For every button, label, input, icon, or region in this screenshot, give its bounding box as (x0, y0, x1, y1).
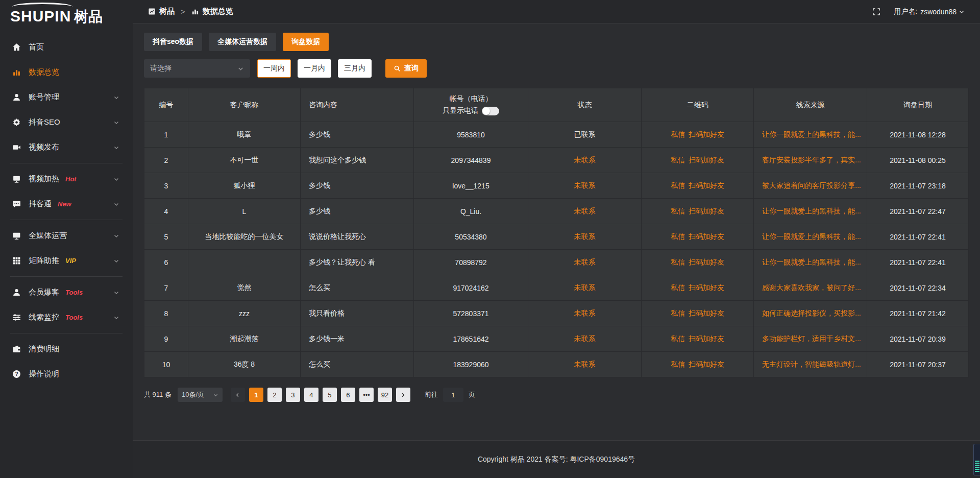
page-size-select[interactable]: 10条/页 (178, 388, 223, 402)
chevron-down-icon (959, 9, 965, 15)
cell-account: 572803371 (414, 301, 528, 326)
private-message-link[interactable]: 私信 (671, 334, 685, 343)
private-message-link[interactable]: 私信 (671, 181, 685, 189)
table-row: 9潮起潮落多少钱一米178651642未联系私信扫码加好友多功能护栏灯，适用于乡… (144, 326, 969, 352)
scan-add-friend-link[interactable]: 扫码加好友 (689, 258, 724, 266)
sidebar-item-label: 矩阵助推 (29, 256, 59, 266)
sidebar-item-label: 数据总览 (29, 67, 59, 77)
scan-add-friend-link[interactable]: 扫码加好友 (689, 207, 724, 215)
cell-account: love__1215 (414, 173, 528, 199)
scan-add-friend-link[interactable]: 扫码加好友 (689, 309, 724, 317)
source-link[interactable]: 让你一眼就爱上的黑科技，能... (762, 232, 861, 241)
logo[interactable]: SHUPIN树品 (0, 0, 133, 31)
sidebar-item-operation-guide[interactable]: ?操作说明 (0, 362, 133, 387)
chevron-down-icon (113, 315, 119, 321)
tab-omni-media-data[interactable]: 全媒体运营数据 (209, 33, 276, 51)
tab-douyin-seo-data[interactable]: 抖音seo数据 (144, 33, 202, 51)
sidebar-item-consumption-detail[interactable]: 消费明细 (0, 337, 133, 362)
range-button-three-months[interactable]: 三月内 (338, 59, 372, 78)
scan-add-friend-link[interactable]: 扫码加好友 (689, 156, 724, 164)
floating-widget[interactable] (973, 444, 980, 475)
source-link[interactable]: 感谢大家喜欢我家，被问了好... (762, 283, 861, 292)
scan-add-friend-link[interactable]: 扫码加好友 (689, 360, 724, 368)
cell-source: 让你一眼就爱上的黑科技，能... (754, 224, 867, 250)
scan-add-friend-link[interactable]: 扫码加好友 (689, 334, 724, 343)
tab-inquiry-data[interactable]: 询盘数据 (283, 33, 329, 51)
chevron-right-icon (400, 392, 406, 398)
query-button[interactable]: 查询 (385, 59, 427, 78)
scan-add-friend-link[interactable]: 扫码加好友 (689, 283, 724, 292)
table-row: 6多少钱？让我死心 看70898792未联系私信扫码加好友让你一眼就爱上的黑科技… (144, 250, 969, 275)
gear-icon (12, 118, 21, 127)
source-link[interactable]: 客厅安装投影半年多了，真实... (762, 156, 861, 164)
cell-source: 无主灯设计，智能磁吸轨道灯... (754, 352, 867, 377)
sidebar-item-label: 首页 (29, 42, 44, 52)
private-message-link[interactable]: 私信 (671, 232, 685, 241)
chevron-down-icon (213, 392, 218, 398)
sidebar-item-data-overview[interactable]: 数据总览 (0, 60, 133, 85)
private-message-link[interactable]: 私信 (671, 283, 685, 292)
fullscreen-icon[interactable] (872, 8, 880, 16)
page-button-92[interactable]: 92 (378, 388, 392, 402)
sidebar-item-video-publish[interactable]: 视频发布 (0, 135, 133, 160)
user-menu[interactable]: 用户名: zswodun88 (894, 7, 965, 16)
cell-status: 未联系 (528, 326, 642, 352)
sidebar-item-lead-monitor[interactable]: 线索监控Tools (0, 305, 133, 330)
cell-qrcode: 私信扫码加好友 (642, 275, 754, 301)
private-message-link[interactable]: 私信 (671, 309, 685, 317)
main-content: 抖音seo数据全媒体运营数据询盘数据 请选择 一周内一月内三月内 查询 编号 客… (133, 24, 980, 440)
source-link[interactable]: 让你一眼就爱上的黑科技，能... (762, 207, 861, 215)
sidebar-item-omni-media[interactable]: 全媒体运营 (0, 223, 133, 248)
range-button-one-month[interactable]: 一月内 (298, 59, 331, 78)
cell-id: 7 (144, 275, 188, 301)
header-source: 线索来源 (754, 88, 867, 122)
cell-status: 已联系 (528, 122, 642, 148)
page-button-1[interactable]: 1 (249, 388, 263, 402)
page-ellipsis[interactable]: ••• (359, 388, 374, 402)
source-link[interactable]: 多功能护栏灯，适用于乡村文... (762, 334, 861, 343)
sidebar-item-account-management[interactable]: 账号管理 (0, 85, 133, 110)
private-message-link[interactable]: 私信 (671, 156, 685, 164)
private-message-link[interactable]: 私信 (671, 207, 685, 215)
sidebar-item-douyin-seo[interactable]: 抖音SEO (0, 110, 133, 135)
tab-bar: 抖音seo数据全媒体运营数据询盘数据 (144, 33, 969, 51)
prev-page-button[interactable] (231, 388, 245, 402)
range-button-one-week[interactable]: 一周内 (257, 59, 291, 78)
scan-add-friend-link[interactable]: 扫码加好友 (689, 130, 724, 138)
page-button-5[interactable]: 5 (323, 388, 337, 402)
cell-source: 多功能护栏灯，适用于乡村文... (754, 326, 867, 352)
source-link[interactable]: 无主灯设计，智能磁吸轨道灯... (762, 360, 861, 368)
cell-account: Q_Liu. (414, 199, 528, 224)
filter-select[interactable]: 请选择 (144, 59, 250, 78)
source-link[interactable]: 让你一眼就爱上的黑科技，能... (762, 258, 861, 266)
sidebar-item-matrix-boost[interactable]: 矩阵助推VIP (0, 248, 133, 273)
private-message-link[interactable]: 私信 (671, 130, 685, 138)
goto-page-input[interactable] (443, 388, 463, 402)
sidebar-item-home[interactable]: 首页 (0, 35, 133, 60)
scan-add-friend-link[interactable]: 扫码加好友 (689, 181, 724, 189)
phone-only-toggle[interactable] (482, 107, 499, 115)
page-button-2[interactable]: 2 (267, 388, 282, 402)
logo-text-cn: 树品 (74, 9, 103, 25)
sidebar-item-video-heating[interactable]: 视频加热Hot (0, 166, 133, 192)
table-row: 8zzz我只看价格572803371未联系私信扫码加好友如何正确选择投影仪，买投… (144, 301, 969, 326)
cell-account: 178651642 (414, 326, 528, 352)
page-button-4[interactable]: 4 (304, 388, 318, 402)
chevron-down-icon (237, 65, 244, 72)
sidebar-item-doukotong[interactable]: 抖客通New (0, 192, 133, 217)
cell-source: 如何正确选择投影仪，买投影... (754, 301, 867, 326)
next-page-button[interactable] (396, 388, 410, 402)
private-message-link[interactable]: 私信 (671, 360, 685, 368)
source-link[interactable]: 如何正确选择投影仪，买投影... (762, 309, 861, 317)
page-button-6[interactable]: 6 (341, 388, 355, 402)
copyright-text: Copyright 树品 2021 备案号: 粤ICP备09019646号 (478, 455, 635, 464)
breadcrumb-item-home[interactable]: 树品 (159, 7, 175, 16)
cell-date: 2021-11-07 21:42 (867, 301, 969, 326)
source-link[interactable]: 让你一眼就爱上的黑科技，能... (762, 130, 861, 138)
cell-qrcode: 私信扫码加好友 (642, 122, 754, 148)
scan-add-friend-link[interactable]: 扫码加好友 (689, 232, 724, 241)
private-message-link[interactable]: 私信 (671, 258, 685, 266)
source-link[interactable]: 被大家追着问的客厅投影分享... (762, 181, 861, 189)
sidebar-item-member-burst[interactable]: 会员爆客Tools (0, 280, 133, 305)
page-button-3[interactable]: 3 (286, 388, 300, 402)
